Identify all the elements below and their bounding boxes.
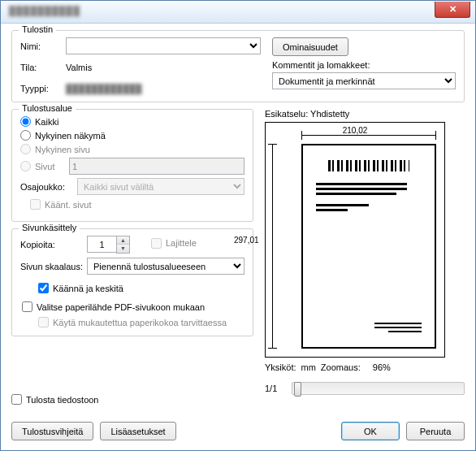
scaling-select[interactable]: Pienennä tulostusalueeseen [87, 258, 244, 275]
page-handling-group: Sivunkäsittely Kopioita: ▲▼ Lajittele Si… [11, 228, 253, 336]
printer-name-label: Nimi: [20, 41, 66, 51]
barcode-icon [328, 160, 409, 171]
ruler-h-icon [301, 135, 436, 136]
tips-button[interactable]: Tulostusvihjeitä [11, 422, 93, 440]
collate-check [151, 238, 162, 249]
paper-source-label: Valitse paperilähde PDF-sivukoon mukaan [37, 302, 205, 312]
range-all-label: Kaikki [35, 117, 58, 127]
comments-label: Kommentit ja lomakkeet: [272, 60, 456, 70]
printer-type-label: Tyyppi: [20, 84, 66, 93]
titlebar: ██████████ ✕ [1, 1, 475, 24]
window-title: ██████████ [9, 6, 80, 15]
print-dialog: ██████████ ✕ Tulostin Nimi: Tila: V [0, 0, 476, 451]
scaling-label: Sivun skaalaus: [20, 262, 87, 271]
range-view-radio[interactable] [20, 130, 31, 141]
subset-select: Kaikki sivut väliltä [77, 178, 244, 195]
paper-source-check[interactable] [22, 301, 32, 312]
preview-page [301, 144, 436, 349]
preview-label: Esikatselu: Yhdistetty [265, 109, 465, 119]
page-count: 1/1 [265, 384, 277, 393]
printer-group: Tulostin Nimi: Tila: Valmis Tyyppi: [11, 30, 465, 102]
comments-select[interactable]: Dokumentit ja merkinnät [272, 72, 456, 89]
spin-down-icon[interactable]: ▼ [117, 245, 129, 253]
print-to-file-label: Tulosta tiedostoon [26, 395, 98, 405]
print-to-file-check[interactable] [11, 394, 22, 405]
copies-label: Kopioita: [20, 240, 87, 249]
range-pages-label: Sivut [35, 162, 69, 171]
range-view-label: Nykyinen näkymä [35, 131, 106, 141]
cancel-button[interactable]: Peruuta [406, 422, 465, 440]
subset-label: Osajoukko: [20, 182, 77, 192]
handling-legend: Sivunkäsittely [19, 223, 80, 232]
zoom-value: 96% [373, 362, 391, 372]
printer-status-label: Tila: [20, 63, 66, 72]
units-label: Yksiköt: [265, 362, 296, 372]
range-all-radio[interactable] [20, 116, 31, 127]
close-icon: ✕ [449, 4, 457, 14]
collate-label: Lajittele [166, 238, 197, 248]
preview-width: 210,02 [343, 126, 368, 135]
preview-height: 297,01 [234, 236, 259, 245]
preview-box: 210,02 [265, 122, 445, 358]
rotate-label: Käännä ja keskitä [53, 284, 123, 293]
reverse-check [30, 199, 41, 210]
printer-status-value: Valmis [66, 63, 92, 72]
range-pages-radio [20, 161, 31, 171]
rotate-check[interactable] [38, 283, 49, 293]
printer-legend: Tulostin [19, 24, 56, 34]
copies-input[interactable] [87, 236, 116, 253]
copies-spinner[interactable]: ▲▼ [87, 236, 130, 254]
custom-paper-label: Käytä mukautettua paperikokoa tarvittaes… [53, 318, 227, 327]
properties-button[interactable]: Ominaisuudet [272, 37, 348, 56]
printer-name-select[interactable] [66, 37, 261, 54]
custom-paper-check [38, 317, 49, 327]
range-page-label: Nykyinen sivu [35, 145, 90, 154]
zoom-label: Zoomaus: [321, 362, 361, 372]
range-page-radio [20, 144, 31, 154]
page-slider[interactable] [292, 382, 465, 395]
ok-button[interactable]: OK [341, 422, 400, 440]
close-button[interactable]: ✕ [435, 2, 470, 18]
printer-type-value: ████████████ [66, 84, 142, 93]
ruler-v-icon [272, 144, 273, 349]
reverse-label: Käänt. sivut [45, 200, 91, 210]
print-range-group: Tulostusalue Kaikki Nykyinen näkymä Nyky… [11, 109, 253, 222]
units-value: mm [301, 362, 316, 372]
range-legend: Tulostusalue [19, 103, 76, 113]
spin-up-icon[interactable]: ▲ [117, 236, 129, 245]
advanced-button[interactable]: Lisäasetukset [100, 422, 175, 440]
slider-thumb[interactable] [294, 382, 301, 397]
pages-input [69, 158, 244, 175]
